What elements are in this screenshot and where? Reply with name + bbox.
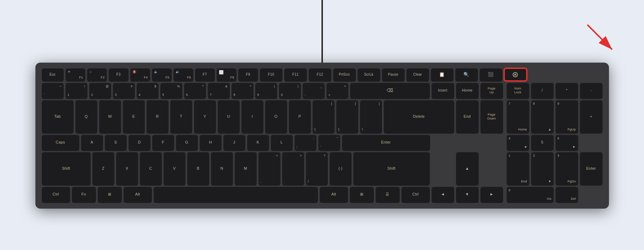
key-u[interactable]: U — [218, 100, 240, 133]
key-fn-special[interactable]: (·) — [330, 152, 352, 185]
key-fingerprint[interactable]: ⊛ — [504, 68, 527, 81]
key-f1[interactable]: ☀ F1 — [65, 68, 85, 81]
key-b[interactable]: B — [187, 152, 209, 185]
key-equal[interactable]: + = — [326, 83, 348, 98]
key-period[interactable]: > . — [282, 152, 304, 185]
key-f9[interactable]: F9 — [238, 68, 258, 81]
key-enter[interactable]: Enter — [342, 135, 430, 150]
key-s[interactable]: S — [105, 135, 127, 150]
key-prtscn[interactable]: PrtScn — [333, 68, 356, 81]
key-search[interactable]: 🔍 — [455, 68, 478, 81]
key-num-dot[interactable]: . Del — [555, 187, 578, 202]
key-f2[interactable]: ☼ F2 — [87, 68, 107, 81]
key-end[interactable]: End — [456, 100, 479, 133]
key-num9[interactable]: 9 PgUp — [555, 100, 578, 133]
key-shift-left[interactable]: Shift — [42, 152, 91, 185]
key-fn[interactable]: Fn — [72, 187, 96, 202]
key-num0[interactable]: 0 Ins — [507, 187, 554, 202]
key-f4[interactable]: 🔇 F4 — [130, 68, 150, 81]
key-6[interactable]: ^ 6 — [184, 83, 206, 98]
key-backslash[interactable]: | \ — [360, 100, 382, 133]
key-o[interactable]: O — [265, 100, 287, 133]
key-7[interactable]: & 7 — [208, 83, 230, 98]
key-5[interactable]: % 5 — [160, 83, 182, 98]
key-home[interactable]: Home — [456, 83, 479, 98]
key-f10[interactable]: F10 — [260, 68, 283, 81]
key-9[interactable]: ( 9 — [255, 83, 277, 98]
key-m[interactable]: M — [235, 152, 257, 185]
key-pagedown[interactable]: PageDown — [480, 100, 503, 133]
key-p[interactable]: P — [289, 100, 311, 133]
key-f3[interactable]: F3 — [109, 68, 129, 81]
key-x[interactable]: X — [116, 152, 138, 185]
key-delete[interactable]: Delete — [384, 100, 454, 133]
key-2[interactable]: @ 2 — [89, 83, 111, 98]
key-num-minus[interactable]: - — [580, 83, 603, 98]
key-semicolon[interactable]: : ; — [295, 135, 317, 150]
key-comma[interactable]: < , — [258, 152, 280, 185]
key-f12[interactable]: F12 — [309, 68, 331, 81]
key-v[interactable]: V — [164, 152, 186, 185]
key-num-plus[interactable]: + — [580, 100, 603, 133]
key-num6[interactable]: 6 ► — [555, 135, 578, 150]
key-backspace[interactable]: ⌫ — [350, 83, 430, 98]
key-window[interactable]: ⬛ — [480, 68, 502, 81]
key-num5[interactable]: 5 — [531, 135, 554, 150]
key-0[interactable]: ) 0 — [279, 83, 301, 98]
key-num8[interactable]: 8 ▲ — [531, 100, 554, 133]
key-r[interactable]: R — [147, 100, 169, 133]
key-ctrl-left[interactable]: Ctrl — [42, 187, 70, 202]
key-num7[interactable]: 7 Home — [507, 100, 529, 133]
key-k[interactable]: K — [247, 135, 269, 150]
key-q[interactable]: Q — [75, 100, 97, 133]
key-h[interactable]: H — [200, 135, 222, 150]
key-pause[interactable]: Pause — [382, 68, 405, 81]
key-l[interactable]: L — [271, 135, 293, 150]
key-4[interactable]: $ 4 — [137, 83, 159, 98]
key-f6[interactable]: 🔉 F6 — [173, 68, 193, 81]
key-z[interactable]: Z — [92, 152, 114, 185]
key-numlock[interactable]: NumLock — [507, 83, 529, 98]
key-i[interactable]: I — [241, 100, 263, 133]
key-slash[interactable]: ? / — [306, 152, 328, 185]
key-tab[interactable]: Tab — [42, 100, 74, 133]
key-f[interactable]: F — [152, 135, 174, 150]
key-f8[interactable]: ⬜ F8 — [217, 68, 236, 81]
key-a[interactable]: A — [81, 135, 103, 150]
key-insert[interactable]: Insert — [432, 83, 454, 98]
key-w[interactable]: W — [99, 100, 121, 133]
key-num-star[interactable]: * — [555, 83, 578, 98]
key-e[interactable]: E — [123, 100, 145, 133]
key-f11[interactable]: F11 — [284, 68, 307, 81]
key-arrow-up[interactable]: ▲ — [456, 152, 479, 185]
key-shift-right[interactable]: Shift — [353, 152, 430, 185]
key-d[interactable]: D — [129, 135, 150, 150]
key-clear[interactable]: Clear — [406, 68, 429, 81]
key-alt-right[interactable]: Alt — [320, 187, 348, 202]
key-num-enter[interactable]: Enter — [580, 152, 603, 185]
key-menu[interactable]: ☰ — [376, 187, 400, 202]
key-num1[interactable]: 1 End — [507, 152, 529, 185]
key-n[interactable]: N — [211, 152, 233, 185]
key-alt-left[interactable]: Alt — [124, 187, 152, 202]
key-g[interactable]: G — [176, 135, 198, 150]
key-num-slash[interactable]: / — [531, 83, 554, 98]
key-space[interactable] — [154, 187, 318, 202]
key-ctrl-right[interactable]: Ctrl — [401, 187, 430, 202]
key-f5[interactable]: 🔈 F5 — [152, 68, 172, 81]
key-pageup[interactable]: PageUp — [480, 83, 503, 98]
key-quote[interactable]: " ' — [318, 135, 340, 150]
key-arrow-right[interactable]: ► — [480, 187, 503, 202]
key-rbracket[interactable]: } ] — [336, 100, 358, 133]
key-y[interactable]: Y — [194, 100, 216, 133]
key-f7[interactable]: F7 — [195, 68, 215, 81]
key-num4[interactable]: 4 ◄ — [507, 135, 529, 150]
key-arrow-left[interactable]: ◄ — [432, 187, 454, 202]
key-lbracket[interactable]: { [ — [313, 100, 335, 133]
key-j[interactable]: J — [223, 135, 245, 150]
key-num3[interactable]: 3 PgDn — [555, 152, 578, 185]
key-win-right[interactable]: ⊞ — [350, 187, 374, 202]
key-t[interactable]: T — [170, 100, 192, 133]
key-arrow-down[interactable]: ▼ — [456, 187, 479, 202]
key-win-left[interactable]: ⊞ — [98, 187, 122, 202]
